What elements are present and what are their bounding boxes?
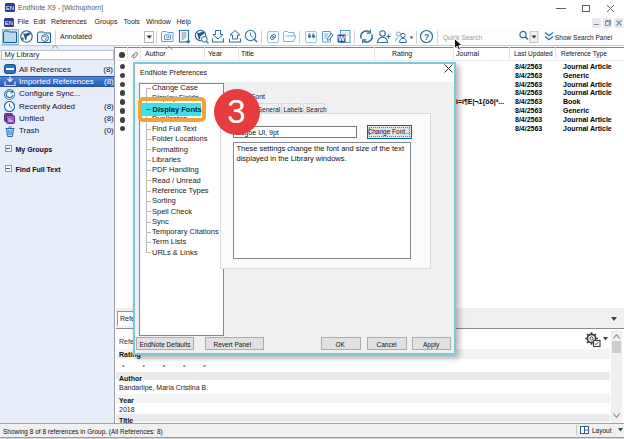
- svg-text:W: W: [338, 35, 345, 42]
- svg-text:EN: EN: [5, 20, 13, 26]
- svg-text:?: ?: [424, 32, 429, 42]
- svg-text:EN: EN: [6, 5, 14, 11]
